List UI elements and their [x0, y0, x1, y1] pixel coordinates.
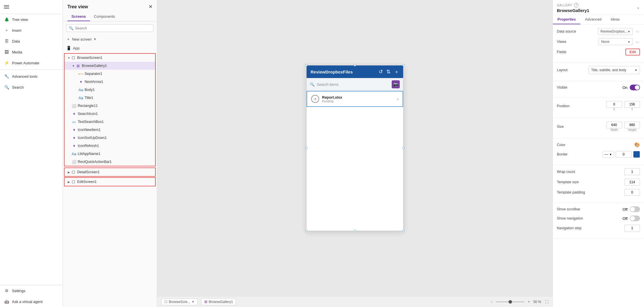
icon-item-icon: ✦	[71, 143, 77, 148]
data-source-dropdown[interactable]: ReviewDropbox... ▼	[598, 28, 633, 35]
gallery-label: GALLERY	[557, 3, 572, 7]
right-panel-tabs: Properties Advanced Ideas	[553, 15, 644, 25]
chevron-down-icon: ▼	[609, 153, 612, 156]
chevron-right-icon: ▶	[67, 170, 71, 174]
tree-item-rectangle-11[interactable]: ⬜ Rectangle11	[65, 102, 155, 110]
settings-icon: ⚙	[4, 288, 9, 293]
tree-item-next-arrow-1[interactable]: ✦ NextArrow1	[65, 78, 155, 86]
hamburger-menu[interactable]	[2, 3, 60, 10]
tree-item-rect-quick-action-bar-1[interactable]: ⬜ RectQuickActionBar1	[65, 158, 155, 166]
sidebar-item-media[interactable]: 🖼 Media	[0, 47, 63, 57]
tree-item-browse-gallery-1[interactable]: ▼ ⊞ BrowseGallery1 ···	[65, 62, 155, 70]
visible-value: On	[623, 85, 640, 90]
zoom-plus-button[interactable]: +	[526, 299, 532, 304]
more-options-icon[interactable]: ···	[635, 29, 640, 34]
sidebar-item-label: Tree view	[12, 17, 28, 22]
tree-item-title-1[interactable]: Aa Title1	[65, 94, 155, 102]
border-controls: — ▼	[603, 151, 640, 158]
width-input[interactable]	[606, 121, 622, 128]
x-label: X	[613, 108, 615, 111]
search-input[interactable]	[75, 26, 151, 30]
scrollbar-toggle[interactable]	[630, 206, 640, 212]
border-width-input[interactable]	[616, 151, 631, 158]
zoom-slider[interactable]	[496, 301, 525, 302]
zoom-minus-button[interactable]: −	[489, 299, 494, 304]
border-style-text: —	[605, 152, 608, 156]
border-label: Border	[557, 152, 583, 156]
tree-content: ▼ ☐ BrowseScreen1 ▼ ⊞ BrowseGallery1 ···…	[63, 53, 157, 307]
layout-label: Layout	[557, 68, 583, 72]
tree-item-edit-screen-1[interactable]: ▶ ☐ EditScreen1	[65, 178, 155, 186]
tree-item-body-1[interactable]: Aa Body1	[65, 86, 155, 94]
info-icon[interactable]: ?	[574, 3, 579, 7]
right-panel: GALLERY ? BrowseGallery1 › Properties Ad…	[553, 0, 644, 307]
height-input[interactable]	[624, 121, 640, 128]
navigation-step-input[interactable]	[624, 225, 640, 232]
tree-item-detail-screen-1[interactable]: ▶ ☐ DetailScreen1	[65, 168, 155, 176]
tree-item-icon-new-item-1[interactable]: ✦ IconNewItem1	[65, 126, 155, 134]
wrap-count-input[interactable]	[624, 168, 640, 175]
search-icon-label: SearchIcon1	[78, 112, 153, 116]
fullscreen-button[interactable]: ⛶	[545, 300, 549, 304]
icon-refresh-label: IconRefresh1	[78, 144, 153, 148]
navigation-toggle[interactable]	[630, 216, 640, 221]
tree-item-lbl-app-name-1[interactable]: Aa LblAppName1	[65, 150, 155, 158]
phone-header: ReviewDropboxFiles ↺ ⇅ ＋	[307, 65, 403, 78]
tab-properties[interactable]: Properties	[553, 15, 580, 24]
position-x-group: X	[606, 101, 622, 111]
fields-edit-button[interactable]: Edit	[625, 49, 640, 55]
position-x-input[interactable]	[606, 101, 622, 108]
sidebar-item-search[interactable]: 🔍 Search	[0, 82, 63, 93]
icon-item-icon: ✦	[78, 79, 83, 84]
label-icon: Aa	[78, 95, 83, 100]
views-dropdown[interactable]: None ▼	[599, 38, 633, 45]
template-size-input[interactable]	[624, 179, 640, 186]
tree-item-icon-refresh-1[interactable]: ✦ IconRefresh1	[65, 142, 155, 150]
border-style-dropdown[interactable]: — ▼	[603, 151, 614, 158]
refresh-icon[interactable]: ↺	[379, 69, 383, 75]
tab-ideas[interactable]: Ideas	[606, 15, 624, 24]
color-picker-icon[interactable]: 🎨	[634, 142, 640, 147]
color-value: 🎨	[634, 142, 640, 147]
tab-components[interactable]: Components	[90, 12, 119, 21]
camera-icon[interactable]: 📷	[392, 80, 400, 88]
sidebar-item-data[interactable]: 🗄 Data	[0, 36, 63, 47]
sidebar-item-advanced-tools[interactable]: 🔧 Advanced tools	[0, 71, 63, 82]
layout-dropdown[interactable]: Title, subtitle, and body ▼	[589, 66, 640, 74]
label-icon: Aa	[78, 87, 83, 92]
sidebar-item-insert[interactable]: ＋ Insert	[0, 25, 63, 36]
sidebar-item-virtual-agent[interactable]: 🤖 Ask a virtual agent	[0, 296, 63, 307]
close-icon[interactable]: ✕	[149, 4, 152, 9]
sort-icon[interactable]: ⇅	[386, 69, 391, 75]
data-source-section: Data source ReviewDropbox... ▼ ··· Views…	[553, 25, 644, 63]
template-padding-input[interactable]	[624, 189, 640, 196]
height-label: Height	[628, 128, 636, 131]
data-source-label: Data source	[557, 29, 583, 33]
list-item[interactable]: ↺ Report.xlsx Pending ›	[307, 91, 403, 107]
template-padding-label: Template padding	[557, 190, 585, 194]
add-icon[interactable]: ＋	[394, 68, 399, 75]
gallery-tab[interactable]: ⊞ BrowseGallery1	[201, 298, 236, 305]
new-screen-button[interactable]: ＋ New screen ▼	[63, 35, 157, 44]
tree-item-text-search-box-1[interactable]: ▭ TextSearchBox1	[65, 118, 155, 126]
tab-screens[interactable]: Screens	[67, 12, 90, 21]
body-label: Body1	[85, 88, 153, 92]
canvas-area: ReviewDropboxFiles ↺ ⇅ ＋ 🔍 Search items …	[157, 0, 553, 296]
visible-toggle[interactable]	[630, 85, 640, 90]
right-panel-close-button[interactable]: ›	[636, 4, 640, 12]
tree-item-browse-screen-1[interactable]: ▼ ☐ BrowseScreen1	[65, 54, 155, 62]
border-color-swatch[interactable]	[633, 151, 640, 158]
position-section: Position X Y	[553, 97, 644, 118]
tab-advanced[interactable]: Advanced	[580, 15, 606, 24]
sidebar-item-tree-view[interactable]: 🌲 Tree view	[0, 14, 63, 25]
screen-tab[interactable]: ☐ BrowseScre... ▼	[161, 298, 198, 305]
tree-item-icon-sort-up-down-1[interactable]: ✦ IconSortUpDown1	[65, 134, 155, 142]
sidebar-item-settings[interactable]: ⚙ Settings	[0, 285, 63, 296]
more-options-icon[interactable]: ···	[635, 39, 640, 45]
tree-panel-title: Tree view	[67, 4, 88, 9]
sidebar-item-power-automate[interactable]: ⚡ Power Automate	[0, 57, 63, 68]
app-item[interactable]: 📱 App	[63, 44, 157, 53]
position-y-input[interactable]	[624, 101, 640, 108]
tree-item-search-icon-1[interactable]: ✦ SearchIcon1	[65, 110, 155, 118]
tree-item-separator-1[interactable]: ⟵ Separator1	[65, 70, 155, 78]
